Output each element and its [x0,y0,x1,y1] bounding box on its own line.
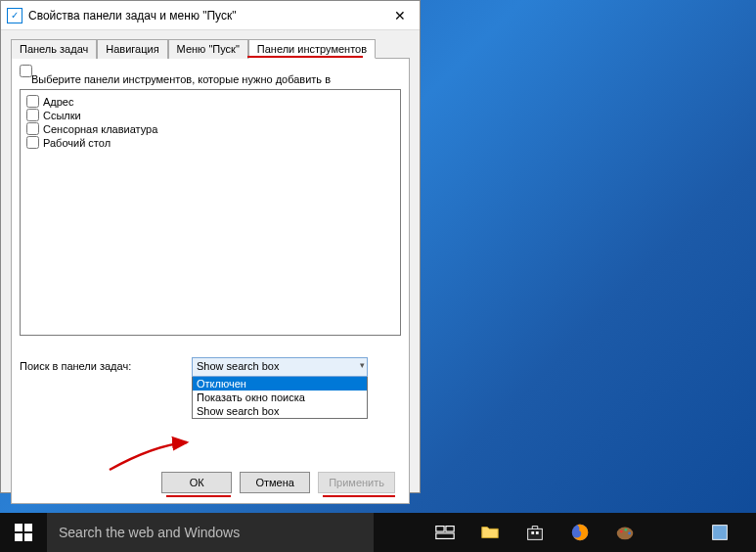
titlebar[interactable]: ✓ Свойства панели задач и меню "Пуск" ✕ [1,1,420,30]
dropdown-option-show-box[interactable]: Show search box [193,404,367,418]
select-value: Show search box [197,360,279,372]
ok-button[interactable]: ОК [161,472,232,493]
svg-point-13 [625,529,628,531]
start-button[interactable] [0,513,47,552]
svg-rect-7 [528,529,543,539]
search-placeholder: Search the web and Windows [59,525,240,540]
checkbox-touch-keyboard[interactable] [26,122,39,135]
file-explorer-button[interactable] [467,513,512,552]
svg-rect-6 [436,533,454,539]
svg-point-14 [628,532,631,535]
checkbox-desktop[interactable] [26,136,39,149]
list-item: Рабочий стол [26,136,394,149]
toolbars-listbox[interactable]: Адрес Ссылки Сенсорная клавиатура Рабочи… [20,89,401,336]
checkbox-links[interactable] [26,109,39,121]
annotation-underline-apply [323,495,395,497]
paint-button[interactable] [602,513,647,552]
svg-rect-3 [24,533,32,541]
windows-icon [15,524,32,541]
tab-content: Выберите панели инструментов, которые ну… [11,59,410,504]
tray-app-icon[interactable] [697,513,742,552]
list-item: Ссылки [26,109,394,121]
store-icon [524,522,546,543]
taskbar-properties-dialog: ✓ Свойства панели задач и меню "Пуск" ✕ … [0,0,421,493]
taskbar: Search the web and Windows [0,513,756,552]
svg-rect-4 [436,527,444,532]
tab-start-menu[interactable]: Меню "Пуск" [168,39,248,59]
close-button[interactable]: ✕ [380,1,420,30]
folder-icon [479,522,501,543]
window-title: Свойства панели задач и меню "Пуск" [28,9,380,23]
tab-taskbar[interactable]: Панель задач [11,39,97,59]
tab-navigation[interactable]: Навигация [97,39,167,59]
firefox-button[interactable] [557,513,602,552]
annotation-underline-tab [247,56,363,58]
task-view-button[interactable] [422,513,467,552]
item-label: Ссылки [43,110,81,121]
svg-rect-15 [713,526,728,540]
svg-rect-1 [24,524,32,531]
palette-icon [614,522,636,543]
dropdown-option-disabled[interactable]: Отключен [193,377,367,391]
chevron-down-icon: ▾ [360,360,365,370]
window-icon: ✓ [7,8,22,23]
annotation-arrow [105,436,193,475]
svg-point-12 [620,530,623,533]
cancel-button[interactable]: Отмена [240,472,310,493]
svg-rect-9 [536,531,539,534]
list-item: Адрес [26,95,394,108]
app-icon [709,522,731,543]
store-button[interactable] [512,513,557,552]
task-view-icon [434,522,456,543]
svg-rect-5 [446,527,454,532]
taskbar-search-input[interactable]: Search the web and Windows [47,513,374,552]
dropdown-list: Отключен Показать окно поиска Show searc… [192,377,368,419]
system-tray[interactable] [697,513,756,552]
search-label: Поиск в панели задач: [20,357,192,372]
list-item: Сенсорная клавиатура [26,122,394,135]
dropdown-option-show-window[interactable]: Показать окно поиска [193,391,367,404]
firefox-icon [569,522,591,543]
svg-rect-2 [15,533,22,541]
search-select[interactable]: Show search box ▾ Отключен Показать окно… [192,357,368,419]
item-label: Рабочий стол [43,137,111,149]
annotation-underline-ok [166,495,231,497]
svg-rect-8 [531,531,534,534]
item-label: Сенсорная клавиатура [43,123,157,135]
instruction-text: Выберите панели инструментов, которые ну… [31,73,401,85]
checkbox-address[interactable] [26,95,39,108]
item-label: Адрес [43,96,74,108]
apply-button[interactable]: Применить [318,472,395,493]
svg-rect-0 [15,524,22,531]
